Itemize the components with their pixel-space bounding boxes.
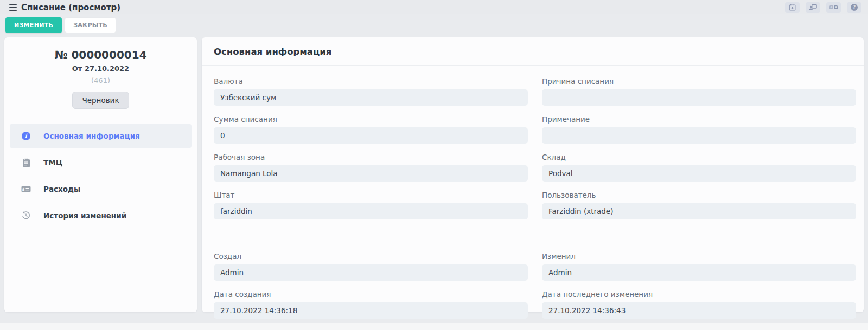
- user-value[interactable]: Farziddin (xtrade): [542, 203, 856, 219]
- document-number: № 0000000014: [4, 48, 197, 61]
- work-zone-value[interactable]: Namangan Lola: [214, 165, 528, 182]
- audit-fields-grid: Создал Admin Изменил Admin Дата создания…: [214, 252, 856, 328]
- sidebar-item-label: История изменений: [43, 211, 126, 220]
- modified-by-value[interactable]: Admin: [542, 264, 856, 281]
- clipboard-icon: [21, 158, 31, 167]
- staff-value[interactable]: farziddin: [214, 203, 528, 219]
- calendar-add-icon[interactable]: [785, 2, 800, 13]
- warehouse-value[interactable]: Podval: [542, 165, 856, 182]
- field-modified-date: Дата последнего изменения 27.10.2022 14:…: [542, 290, 856, 319]
- field-currency: Валюта Узбекский сум: [214, 77, 528, 106]
- created-date-value[interactable]: 27.10.2022 14:36:18: [214, 302, 528, 319]
- section-menu: i Основная информация ТМЦ: [4, 124, 197, 228]
- document-date: От 27.10.2022: [4, 64, 197, 73]
- writeoff-reason-value[interactable]: [542, 89, 856, 106]
- field-warehouse: Склад Podval: [542, 153, 856, 182]
- document-code: (461): [4, 76, 197, 85]
- sidebar-item-history[interactable]: История изменений: [10, 203, 192, 228]
- field-modified-by: Изменил Admin: [542, 252, 856, 281]
- sidebar-item-label: Расходы: [43, 185, 80, 193]
- main-info-card: Основная информация Валюта Узбекский сум…: [202, 37, 864, 312]
- sidebar-item-label: Основная информация: [43, 132, 140, 140]
- top-bar: Списание (просмотр) A Я ?: [0, 0, 868, 14]
- created-by-value[interactable]: Admin: [214, 264, 528, 281]
- info-icon: i: [21, 132, 31, 140]
- currency-value[interactable]: Узбекский сум: [214, 89, 528, 106]
- sidebar-item-label: ТМЦ: [43, 158, 62, 167]
- translate-icon[interactable]: A Я: [826, 2, 841, 13]
- sidebar-item-main-info[interactable]: i Основная информация: [10, 124, 192, 148]
- page-title: Списание (просмотр): [21, 3, 120, 12]
- field-user: Пользователь Farziddin (xtrade): [542, 191, 856, 219]
- field-note: Примечание: [542, 115, 856, 144]
- field-created-by: Создал Admin: [214, 252, 528, 281]
- fields-grid: Валюта Узбекский сум Причина списания Су…: [214, 77, 856, 229]
- field-created-date: Дата создания 27.10.2022 14:36:18: [214, 290, 528, 319]
- field-writeoff-reason: Причина списания: [542, 77, 856, 106]
- field-work-zone: Рабочая зона Namangan Lola: [214, 153, 528, 182]
- writeoff-amount-value[interactable]: 0: [214, 127, 528, 144]
- sidebar-item-expenses[interactable]: $ Расходы: [10, 177, 192, 202]
- section-heading: Основная информация: [202, 37, 864, 66]
- field-staff: Штат farziddin: [214, 191, 528, 219]
- sidebar-item-tmc[interactable]: ТМЦ: [10, 150, 192, 175]
- footer-strip: [0, 323, 868, 330]
- topbar-icon-group: A Я ?: [785, 2, 861, 13]
- money-check-icon: $: [21, 186, 31, 192]
- document-summary-card: № 0000000014 От 27.10.2022 (461) Чернови…: [4, 37, 197, 312]
- note-value[interactable]: [542, 127, 856, 144]
- user-presentation-icon[interactable]: [806, 2, 820, 13]
- content-area: № 0000000014 От 27.10.2022 (461) Чернови…: [0, 37, 868, 312]
- svg-text:$: $: [22, 187, 25, 192]
- modified-date-value[interactable]: 27.10.2022 14:36:43: [542, 302, 856, 319]
- menu-hamburger-icon[interactable]: [9, 4, 17, 11]
- field-writeoff-amount: Сумма списания 0: [214, 115, 528, 144]
- status-badge: Черновик: [72, 92, 129, 109]
- action-toolbar: ИЗМЕНИТЬ ЗАКРЫТЬ: [0, 14, 868, 37]
- close-button[interactable]: ЗАКРЫТЬ: [65, 17, 116, 33]
- history-icon: [21, 211, 31, 220]
- edit-button[interactable]: ИЗМЕНИТЬ: [5, 17, 62, 33]
- help-icon[interactable]: ?: [847, 2, 861, 13]
